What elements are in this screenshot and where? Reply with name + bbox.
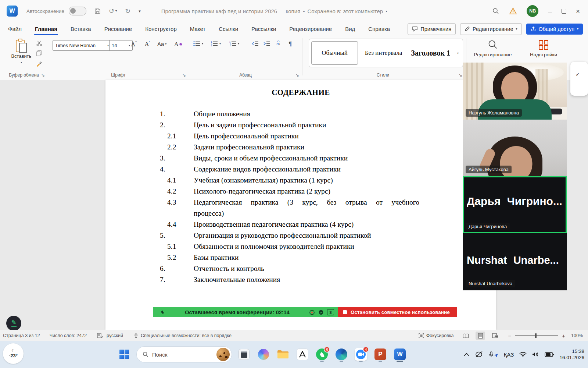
security-shield-icon[interactable]: [318, 309, 324, 315]
payment-icon[interactable]: $: [327, 309, 334, 315]
word-taskbar-icon[interactable]: W: [392, 346, 407, 363]
styles-dialog-launcher[interactable]: ↘: [459, 72, 462, 78]
addins-group[interactable]: Надстройки: [520, 39, 567, 57]
sort-button[interactable]: АЯ↓: [276, 39, 280, 45]
language-indicator[interactable]: русский: [107, 333, 123, 338]
multilevel-list-button[interactable]: 1ai ▾: [229, 41, 239, 46]
redo-button[interactable]: ↻: [125, 8, 130, 14]
account-avatar[interactable]: NB: [527, 5, 538, 17]
language-switcher[interactable]: ҚАЗ: [504, 351, 514, 358]
comments-button[interactable]: Примечания: [408, 23, 456, 35]
change-case-button[interactable]: Aa▾: [157, 41, 166, 47]
copilot-icon[interactable]: [256, 346, 271, 363]
read-mode-button[interactable]: [461, 332, 470, 340]
tab-mailings[interactable]: Рассылки: [251, 24, 277, 34]
paragraph-dialog-launcher[interactable]: ↘: [295, 72, 299, 78]
bullets-button[interactable]: ▾: [193, 41, 203, 46]
recording-icon[interactable]: [309, 309, 315, 315]
tab-file[interactable]: Файл: [7, 24, 22, 34]
editing-mode-button[interactable]: Редактирование▾: [460, 23, 521, 35]
whatsapp-icon[interactable]: 8: [315, 346, 329, 363]
editing-group[interactable]: Редактирование: [468, 39, 517, 57]
warning-icon[interactable]: [509, 7, 517, 15]
weather-widget[interactable]: ☾ -23°: [3, 343, 24, 364]
start-button[interactable]: [117, 346, 132, 363]
participant-tile-video[interactable]: Назгуль Жоламановна: [463, 63, 567, 120]
decrease-indent-button[interactable]: [251, 41, 259, 46]
tab-home[interactable]: Главная: [34, 24, 58, 34]
format-painter-icon[interactable]: [36, 61, 42, 67]
page-indicator[interactable]: Страница 3 из 12: [3, 333, 40, 338]
tab-draw[interactable]: Рисование: [104, 24, 133, 34]
participant-tile-active-speaker[interactable]: Дарья Чигрино... Дарья Чигринова: [463, 176, 567, 233]
participant-tile-video[interactable]: Айгуль Мустакова: [463, 120, 567, 176]
tray-chevron-icon[interactable]: [464, 353, 469, 356]
zoom-out-button[interactable]: −: [508, 333, 511, 339]
zoom-app-icon[interactable]: 4: [354, 346, 368, 363]
clear-formatting-button[interactable]: А: [174, 41, 182, 47]
app-window-icon[interactable]: [237, 346, 251, 363]
volume-icon[interactable]: [532, 351, 539, 357]
shrink-font-button[interactable]: Аˇ: [145, 41, 150, 47]
web-layout-button[interactable]: [490, 332, 500, 340]
clipboard-dialog-launcher[interactable]: ↘: [41, 72, 45, 78]
increase-indent-button[interactable]: [263, 41, 270, 46]
style-no-spacing[interactable]: Без интервала: [359, 39, 408, 67]
restore-button[interactable]: [562, 9, 566, 14]
zoom-in-button[interactable]: +: [562, 333, 565, 339]
grow-font-button[interactable]: Аˆ: [131, 41, 137, 48]
tab-references[interactable]: Ссылки: [218, 24, 239, 34]
font-size-combo[interactable]: 14▾: [109, 40, 133, 51]
powerpoint-icon[interactable]: P: [373, 346, 388, 363]
taskbar-search[interactable]: Поиск: [136, 346, 232, 362]
tab-view[interactable]: Вид: [344, 24, 356, 34]
zoom-slider[interactable]: [515, 335, 558, 336]
word-count[interactable]: Число слов: 2472: [50, 333, 87, 338]
touchpad-off-icon[interactable]: [475, 351, 484, 358]
battery-icon[interactable]: [545, 352, 554, 357]
document-page[interactable]: СОДЕРЖАНИЕ 1.Общие положения 2.Цель и за…: [105, 80, 496, 330]
pilcrow-button[interactable]: ¶: [289, 40, 292, 47]
undo-button[interactable]: ↺▾: [109, 8, 117, 14]
accessibility-status[interactable]: Специальные возможности: все в порядке: [141, 333, 232, 338]
quick-access-more-icon[interactable]: ▾: [139, 9, 141, 13]
close-button[interactable]: ×: [576, 8, 580, 15]
tab-review[interactable]: Рецензирование: [288, 24, 333, 34]
print-layout-button[interactable]: [476, 332, 485, 340]
autosave-toggle[interactable]: [69, 7, 86, 15]
focus-mode-button[interactable]: Фокусировка: [419, 333, 454, 338]
accessibility-icon[interactable]: [133, 333, 139, 339]
file-explorer-icon[interactable]: [276, 346, 290, 363]
proofing-icon[interactable]: [97, 333, 103, 338]
wifi-icon[interactable]: [519, 352, 527, 357]
zoom-collapsed-panel[interactable]: ✓: [570, 62, 588, 96]
numbering-button[interactable]: 123 ▾: [211, 41, 221, 46]
tab-layout[interactable]: Макет: [189, 24, 206, 34]
tab-design[interactable]: Конструктор: [144, 24, 178, 34]
share-button[interactable]: Общий доступ▾: [526, 24, 583, 35]
clock[interactable]: 15:38 16.01.2026: [559, 348, 584, 361]
cut-icon[interactable]: [36, 40, 42, 46]
style-heading1[interactable]: Заголовок 1: [408, 39, 453, 67]
zoom-slider-thumb[interactable]: [535, 333, 537, 338]
alt-app-icon[interactable]: [295, 346, 310, 363]
tab-insert[interactable]: Вставка: [70, 24, 92, 34]
saved-dropdown-icon[interactable]: ▾: [386, 10, 387, 13]
styles-more-button[interactable]: ▾: [453, 39, 463, 67]
paste-button[interactable]: Вставить▾: [10, 39, 33, 64]
tab-help[interactable]: Справка: [368, 24, 391, 34]
participant-tile[interactable]: Nurshat Unarbe... Nurshat Unarbekova: [463, 233, 567, 290]
font-name-combo[interactable]: Times New Roman▾: [53, 40, 111, 51]
bing-daily-image[interactable]: [216, 348, 230, 361]
edge-icon[interactable]: [334, 346, 349, 363]
annotate-button[interactable]: ✎: [6, 316, 21, 331]
mic-location-icon[interactable]: [489, 351, 498, 358]
style-normal[interactable]: Обычный: [311, 41, 358, 65]
zoom-percent[interactable]: 100%: [571, 333, 583, 338]
stop-share-button[interactable]: Остановить совместное использование: [338, 307, 457, 317]
minimize-button[interactable]: –: [548, 8, 552, 15]
copy-icon[interactable]: [36, 50, 42, 56]
search-icon[interactable]: [492, 7, 499, 15]
font-dialog-launcher[interactable]: ↘: [182, 72, 186, 78]
save-icon[interactable]: [94, 8, 101, 14]
